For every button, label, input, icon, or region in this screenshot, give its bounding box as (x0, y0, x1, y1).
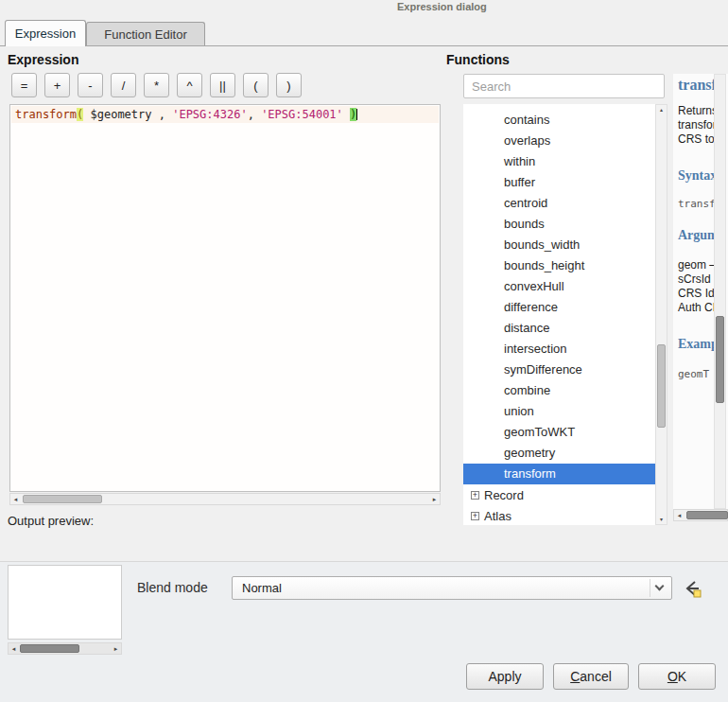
expand-plus-icon[interactable]: + (471, 491, 479, 500)
scroll-thumb[interactable] (716, 316, 724, 403)
code-token: , (248, 108, 261, 121)
functions-section-label: Functions (446, 52, 510, 67)
blend-mode-value: Normal (242, 577, 282, 599)
expand-plus-icon[interactable]: + (471, 512, 479, 520)
scroll-thumb[interactable] (20, 644, 79, 653)
function-list-item[interactable]: buffer (463, 172, 655, 193)
function-group-item[interactable]: +Atlas (463, 505, 655, 525)
ok-button[interactable]: OK (638, 663, 716, 690)
expression-section-label: Expression (8, 52, 78, 67)
expression-code-line: transform( $geometry , 'EPSG:4326', 'EPS… (11, 106, 439, 123)
operator-button[interactable]: = (11, 73, 37, 97)
function-list-item[interactable]: contains (463, 110, 655, 131)
function-list-item[interactable]: distance (463, 318, 655, 339)
help-examples-heading: Examp (678, 337, 719, 352)
expression-editor[interactable]: transform( $geometry , 'EPSG:4326', 'EPS… (9, 104, 441, 492)
code-token: 'EPSG:54001' (261, 108, 343, 121)
window-title: Expression dialog (397, 1, 487, 12)
cancel-rest: ancel (580, 669, 611, 684)
scroll-thumb[interactable] (657, 344, 666, 428)
operator-button[interactable]: / (111, 73, 136, 97)
chevron-down-icon (655, 582, 665, 591)
tab-divider (0, 45, 728, 46)
function-list-item[interactable]: within (463, 151, 655, 172)
function-list-item[interactable]: bounds (463, 214, 655, 235)
ok-rest: K (678, 669, 686, 684)
blend-mode-label: Blend mode (137, 580, 208, 595)
code-token: $geometry , (83, 108, 172, 121)
function-list-item[interactable]: convexHull (463, 276, 655, 297)
scroll-left-arrow-icon[interactable]: ◂ (674, 511, 685, 519)
function-list-item[interactable]: transform (463, 464, 655, 484)
help-description: ReturnstransforCRS to (678, 104, 718, 147)
function-list-item[interactable]: union (463, 401, 655, 422)
output-preview-label: Output preview: (8, 514, 94, 528)
operator-buttons: =+-/*^||() (11, 73, 302, 97)
function-list-item[interactable]: bounds_width (463, 235, 655, 255)
operator-button[interactable]: || (210, 73, 235, 97)
function-list-item[interactable]: symDifference (463, 360, 655, 380)
code-token: ) (350, 108, 356, 121)
combo-separator (650, 579, 650, 597)
function-list-item[interactable]: combine (463, 380, 655, 401)
group-label: Record (484, 488, 524, 502)
ok-mnemonic: O (667, 669, 678, 684)
scroll-left-arrow-icon[interactable]: ◂ (10, 495, 21, 503)
help-hscrollbar[interactable]: ◂ (673, 509, 728, 521)
expression-editor-hscrollbar[interactable]: ◂ ▸ (9, 493, 441, 505)
function-list-item[interactable]: overlaps (463, 131, 655, 151)
scroll-up-arrow-icon[interactable]: ▴ (656, 105, 667, 114)
function-list-item[interactable]: difference (463, 297, 655, 318)
scroll-right-arrow-icon[interactable]: ▸ (111, 644, 121, 653)
help-example-code: geomT (678, 368, 709, 380)
help-text-line: CRS to (678, 132, 718, 147)
operator-button[interactable]: ) (276, 73, 302, 97)
blend-mode-select[interactable]: Normal (232, 576, 672, 600)
preview-box[interactable] (8, 565, 122, 640)
preview-hscrollbar[interactable]: ◂ ▸ (8, 642, 122, 655)
expression-override-icon[interactable] (681, 577, 703, 600)
help-syntax-code: transf (678, 198, 716, 210)
function-list-item[interactable]: bounds_height (463, 255, 655, 276)
operator-button[interactable]: - (78, 73, 103, 97)
expression-dialog: Expression dialog Expression Function Ed… (0, 0, 728, 702)
function-list-item[interactable]: intersection (463, 339, 655, 360)
help-text-line: Returns (678, 104, 718, 118)
code-token: 'EPSG:4326' (172, 108, 247, 121)
function-list-item[interactable]: geometry (463, 443, 655, 464)
operator-button[interactable]: ^ (177, 73, 202, 97)
function-list: containsoverlapswithinbuffercentroidboun… (463, 104, 655, 525)
help-scrollbar[interactable] (714, 74, 726, 509)
help-syntax-heading: Syntax (678, 168, 717, 184)
search-input[interactable] (463, 74, 665, 98)
operator-button[interactable]: ( (243, 73, 269, 97)
tab-function-editor[interactable]: Function Editor (86, 22, 205, 46)
function-group-item[interactable]: +Record (463, 484, 655, 505)
scroll-thumb[interactable] (23, 495, 102, 503)
scroll-left-arrow-icon[interactable]: ◂ (9, 644, 19, 653)
operator-button[interactable]: * (144, 73, 169, 97)
scroll-thumb[interactable] (686, 511, 728, 519)
operator-button[interactable]: + (44, 73, 70, 97)
cancel-button[interactable]: Cancel (553, 663, 629, 690)
scroll-down-arrow-icon[interactable]: ▾ (656, 515, 667, 524)
function-list-item[interactable]: centroid (463, 193, 655, 214)
cancel-mnemonic: C (570, 669, 580, 684)
group-label: Atlas (484, 509, 511, 523)
tab-expression[interactable]: Expression (5, 20, 86, 46)
text-cursor (356, 109, 357, 120)
function-list-scrollbar[interactable]: ▴ ▾ (655, 104, 667, 525)
function-list-item[interactable]: geomToWKT (463, 422, 655, 443)
code-token: transform (15, 108, 77, 121)
scroll-right-arrow-icon[interactable]: ▸ (429, 495, 440, 503)
apply-button[interactable]: Apply (466, 663, 544, 690)
help-arguments-heading: Argum (678, 228, 719, 243)
help-text-line: transfor (678, 118, 718, 132)
code-token (343, 108, 350, 121)
